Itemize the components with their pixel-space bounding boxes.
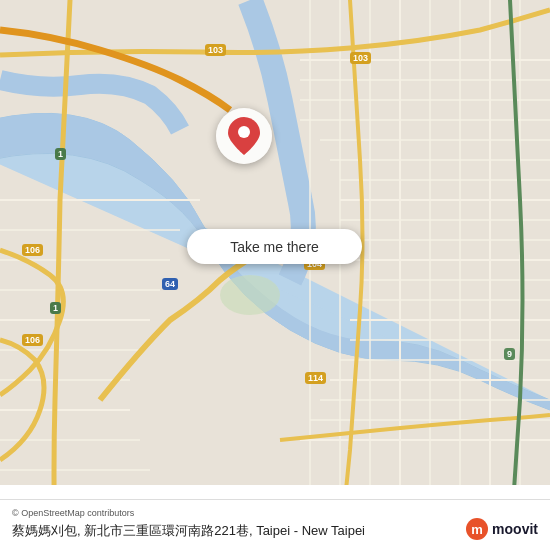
- road-badge-106-lower: 106: [22, 334, 43, 346]
- pin-icon-svg: [228, 117, 260, 155]
- road-badge-64: 64: [162, 278, 178, 290]
- road-badge-103-left: 103: [205, 44, 226, 56]
- road-badge-114: 114: [305, 372, 326, 384]
- map-container: 1 1 103 103 106 106 104 64 114 9 Take me…: [0, 0, 550, 550]
- moovit-icon: m: [466, 518, 488, 540]
- moovit-logo: m moovit: [466, 518, 538, 540]
- take-me-there-button[interactable]: Take me there: [187, 229, 362, 264]
- road-badge-106-upper: 106: [22, 244, 43, 256]
- pin-circle: [216, 108, 272, 164]
- location-pin: [214, 108, 274, 168]
- map-background: [0, 0, 550, 550]
- svg-text:m: m: [471, 522, 483, 537]
- svg-point-39: [220, 275, 280, 315]
- moovit-brand-text: moovit: [492, 521, 538, 537]
- location-name: 蔡媽媽刈包, 新北市三重區環河南路221巷, Taipei - New Taip…: [12, 522, 538, 540]
- svg-point-41: [238, 126, 250, 138]
- road-badge-1-lower: 1: [50, 302, 61, 314]
- road-badge-9: 9: [504, 348, 515, 360]
- road-badge-103-right: 103: [350, 52, 371, 64]
- road-badge-1-upper: 1: [55, 148, 66, 160]
- osm-attribution: © OpenStreetMap contributors: [12, 508, 538, 518]
